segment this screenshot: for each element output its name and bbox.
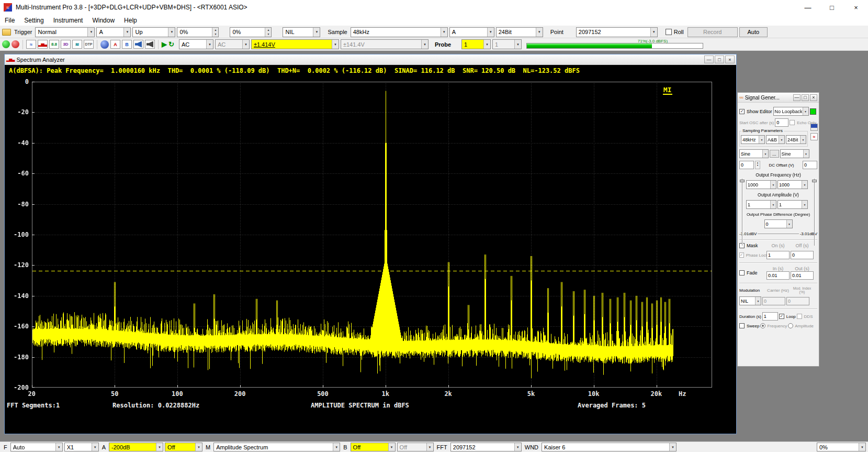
- menu-instrument[interactable]: Instrument: [49, 15, 88, 26]
- fade-in-input[interactable]: 0.01: [766, 271, 790, 280]
- slider-thumb[interactable]: [812, 180, 817, 182]
- save-icon[interactable]: [810, 124, 818, 131]
- trigger-delay-spin[interactable]: 0%▲▼: [230, 27, 272, 37]
- spin-up-icon[interactable]: ▲: [212, 28, 218, 32]
- trigger-edge-select[interactable]: Up▼: [132, 27, 175, 37]
- play-icon[interactable]: ▶: [162, 40, 167, 48]
- maximize-icon[interactable]: □: [802, 94, 809, 101]
- probe-b-select[interactable]: 1▼: [492, 39, 522, 49]
- spectrum-analyzer-icon[interactable]: ▂▅▃: [38, 40, 48, 49]
- sweep-amplitude-radio[interactable]: Amplitude: [788, 323, 814, 328]
- start-osc-input[interactable]: 0: [775, 118, 788, 127]
- hold-icon[interactable]: [100, 40, 109, 49]
- zoom-select[interactable]: X1▼: [64, 443, 99, 451]
- mask-off-input[interactable]: 0: [791, 251, 814, 259]
- minimize-icon[interactable]: —: [704, 56, 714, 63]
- auto-button[interactable]: Auto: [739, 27, 768, 37]
- coupling-b-select[interactable]: AC▼: [215, 39, 250, 49]
- record-button[interactable]: Record: [687, 27, 738, 37]
- maximize-icon[interactable]: □: [715, 56, 724, 63]
- b-mode-select[interactable]: Off▼: [397, 443, 434, 451]
- roll-checkbox[interactable]: Roll: [666, 29, 684, 35]
- carrier-input[interactable]: 0: [762, 297, 785, 305]
- fft-size-select[interactable]: 2097152▼: [450, 443, 522, 451]
- fade-out-input[interactable]: 0.01: [791, 271, 814, 280]
- waveform-a-select[interactable]: Sine▼: [739, 149, 769, 158]
- menu-file[interactable]: File: [0, 15, 19, 26]
- amplitude-b-combo[interactable]: 1▼: [777, 200, 808, 209]
- oscilloscope-icon[interactable]: ≈: [26, 40, 36, 49]
- duration-input[interactable]: 1: [762, 312, 778, 321]
- dc-offset-b-input[interactable]: 0: [803, 161, 817, 169]
- spin-up-icon[interactable]: ▲: [265, 28, 271, 32]
- spin-down-icon[interactable]: ▼: [756, 164, 760, 167]
- window-function-select[interactable]: Kaiser 6▼: [542, 443, 677, 451]
- amplitude-a-combo[interactable]: 1▼: [746, 200, 776, 209]
- show-editor-checkbox[interactable]: ✓Show Editor: [739, 109, 772, 114]
- slider-thumb[interactable]: [740, 180, 745, 182]
- generator-on-indicator[interactable]: [810, 108, 816, 115]
- range-b-select[interactable]: ±141.4V▼: [341, 39, 429, 49]
- spectrum-window-titlebar[interactable]: ▂▅▃ Spectrum Analyzer — □ ×: [5, 54, 736, 65]
- sample-rate-select[interactable]: 48kHz▼: [351, 27, 448, 37]
- close-icon[interactable]: ×: [810, 94, 817, 101]
- auto-restart-icon[interactable]: ↻: [168, 40, 174, 48]
- level-slider-a[interactable]: [740, 179, 745, 246]
- autoscale-a-icon[interactable]: A: [110, 40, 120, 49]
- stop-icon[interactable]: [12, 40, 19, 48]
- waveform-b-select[interactable]: Sine▼: [780, 149, 809, 158]
- sample-channel-select[interactable]: A▼: [449, 27, 494, 37]
- spin-down-icon[interactable]: ▼: [265, 32, 271, 37]
- point-count-select[interactable]: 2097152▼: [576, 27, 658, 37]
- spin-down-icon[interactable]: ▼: [212, 32, 218, 37]
- phase-combo[interactable]: 0▼: [764, 219, 793, 228]
- modulation-type-select[interactable]: NIL▼: [739, 296, 761, 305]
- frequency-axis-select[interactable]: Auto▼: [10, 443, 63, 451]
- sg-channels-select[interactable]: A&B▼: [766, 135, 785, 144]
- dds-checkbox[interactable]: DDS: [797, 314, 813, 319]
- dc-offset-spinner[interactable]: ▲▼: [755, 161, 760, 169]
- minimize-icon[interactable]: —: [793, 94, 801, 101]
- spectrum-canvas[interactable]: [32, 82, 712, 388]
- loopback-select[interactable]: No Loopback▼: [773, 107, 809, 116]
- menu-help[interactable]: Help: [119, 15, 142, 26]
- data-logger-icon[interactable]: ≋: [72, 40, 82, 49]
- level-slider-horizontal[interactable]: [758, 234, 798, 234]
- b-range-select[interactable]: Off▼: [351, 443, 396, 451]
- mod-index-input[interactable]: 0: [786, 297, 809, 305]
- sg-bits-select[interactable]: 24Bit▼: [786, 135, 806, 144]
- maximize-icon[interactable]: □: [820, 0, 844, 15]
- spectrum-3d-plot-icon[interactable]: 3D: [61, 40, 71, 49]
- menu-setting[interactable]: Setting: [19, 15, 48, 26]
- sound-output-icon[interactable]: [145, 40, 155, 49]
- close-icon[interactable]: ×: [844, 0, 868, 15]
- close-icon[interactable]: ×: [725, 56, 735, 63]
- a-mode-select[interactable]: Off▼: [165, 443, 202, 451]
- sg-sample-rate-select[interactable]: 48kHz▼: [741, 135, 765, 144]
- run-icon[interactable]: [2, 40, 10, 48]
- mask-on-input[interactable]: 1: [766, 251, 790, 259]
- view-mode-select[interactable]: Amplitude Spectrum▼: [213, 443, 340, 451]
- fade-checkbox[interactable]: Fade: [739, 270, 765, 275]
- trigger-hpf-select[interactable]: NIL▼: [283, 27, 320, 37]
- level-slider-b[interactable]: [812, 179, 817, 246]
- sweep-frequency-radio[interactable]: Frequency: [760, 323, 787, 328]
- trigger-level-spin[interactable]: 0%▲▼: [177, 27, 219, 37]
- phase-lock-checkbox[interactable]: ✓Phase Lock: [739, 252, 765, 258]
- frequency-b-combo[interactable]: 1000▼: [777, 180, 808, 189]
- dc-offset-a-input[interactable]: 0: [739, 161, 754, 169]
- trigger-mode-select[interactable]: Normal▼: [35, 27, 95, 37]
- range-a-select[interactable]: ±1.414V▼: [251, 39, 339, 49]
- probe-a-select[interactable]: 1▼: [461, 39, 491, 49]
- coupling-a-select[interactable]: AC▼: [179, 39, 213, 49]
- signal-generator-titlebar[interactable]: ≈≈ Signal Gener... — □ ×: [738, 93, 819, 103]
- frequency-a-combo[interactable]: 1000▼: [746, 180, 776, 189]
- more-waveforms-button[interactable]: ...: [770, 150, 779, 158]
- menu-window[interactable]: Window: [87, 15, 119, 26]
- loop-checkbox[interactable]: ✓Loop: [779, 314, 796, 319]
- minimize-icon[interactable]: —: [796, 0, 820, 15]
- overlap-select[interactable]: 0%▼: [817, 443, 866, 451]
- device-test-plan-icon[interactable]: DTP: [84, 40, 94, 49]
- trigger-source-select[interactable]: A▼: [96, 27, 131, 37]
- waveform-library-icon[interactable]: ≈: [810, 133, 818, 140]
